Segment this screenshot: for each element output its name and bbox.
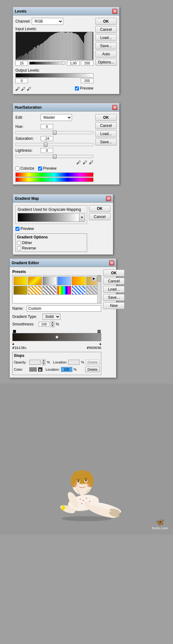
ge-midpoint-diamond[interactable] bbox=[55, 335, 59, 339]
ge-color-arrow[interactable]: ▶ bbox=[38, 367, 42, 372]
levels-close-button[interactable]: ✕ bbox=[112, 9, 117, 14]
hue-value-field[interactable]: 0 bbox=[41, 124, 53, 129]
ge-save-button[interactable]: Save... bbox=[103, 294, 125, 301]
preset-7[interactable] bbox=[14, 286, 27, 295]
preset-8[interactable] bbox=[28, 286, 42, 295]
saturation-slider[interactable] bbox=[15, 143, 93, 146]
ge-gradient-bar[interactable] bbox=[12, 333, 101, 341]
hue-close-button[interactable]: ✕ bbox=[112, 105, 117, 110]
hue-eyedropper2[interactable]: 🖋 bbox=[83, 160, 87, 165]
white-eyedropper[interactable]: 🖋 bbox=[27, 86, 31, 91]
ge-smoothness-field[interactable]: 100 bbox=[39, 322, 49, 327]
svg-point-79 bbox=[86, 498, 87, 499]
levels-load-button[interactable]: Load... bbox=[95, 34, 117, 41]
black-point-handle[interactable] bbox=[32, 61, 35, 64]
ge-color-swatch[interactable] bbox=[29, 367, 37, 372]
ge-top-stops bbox=[12, 329, 101, 333]
levels-save-button[interactable]: Save... bbox=[95, 42, 117, 49]
ge-new-button[interactable]: New bbox=[103, 302, 125, 309]
gamma-handle[interactable] bbox=[47, 61, 51, 64]
hue-thumb[interactable] bbox=[53, 130, 57, 135]
ge-expand-button[interactable]: ▶ bbox=[92, 276, 97, 281]
saturation-value-field[interactable]: -24 bbox=[41, 136, 53, 141]
lightness-value-field[interactable]: 0 bbox=[41, 148, 53, 153]
input-min-field[interactable]: 15 bbox=[15, 61, 28, 66]
lightness-thumb[interactable] bbox=[53, 154, 57, 159]
gray-eyedropper[interactable]: 🖋 bbox=[21, 86, 25, 91]
ge-scrollbar-thumb[interactable] bbox=[98, 276, 101, 282]
svg-rect-10 bbox=[26, 53, 27, 60]
preview-checkbox[interactable] bbox=[75, 86, 79, 90]
hue-load-button[interactable]: Load... bbox=[95, 130, 117, 137]
saturation-thumb[interactable] bbox=[44, 142, 47, 147]
hue-preview-checkbox[interactable] bbox=[38, 166, 42, 171]
preset-2[interactable] bbox=[28, 276, 42, 285]
ge-stop-black-handle[interactable] bbox=[13, 330, 16, 333]
levels-cancel-button[interactable]: Cancel bbox=[95, 26, 117, 33]
hue-save-button[interactable]: Save... bbox=[95, 139, 117, 145]
reverse-checkbox[interactable] bbox=[17, 246, 21, 250]
colorize-checkbox[interactable] bbox=[15, 166, 20, 171]
svg-rect-55 bbox=[74, 34, 75, 60]
black-eyedropper[interactable]: 🖋 bbox=[15, 86, 20, 91]
ge-hash-right: ▲ bbox=[99, 342, 101, 345]
hue-slider[interactable] bbox=[15, 131, 93, 134]
preset-10[interactable] bbox=[57, 286, 71, 295]
output-max-field[interactable]: 255 bbox=[81, 78, 93, 83]
input-max-field[interactable]: 250 bbox=[81, 61, 93, 66]
input-levels-slider[interactable] bbox=[29, 62, 66, 65]
preview-label: Preview bbox=[80, 86, 93, 90]
hue-label: Hue: bbox=[15, 124, 41, 129]
ge-smoothness-up[interactable]: ▲ bbox=[51, 321, 54, 324]
ge-color-location-field[interactable]: 100 bbox=[61, 367, 72, 372]
lightness-label: Lightness: bbox=[15, 148, 41, 153]
ge-ok-button[interactable]: OK bbox=[103, 270, 125, 276]
ge-name-field[interactable]: Custom bbox=[27, 305, 101, 312]
white-point-handle[interactable] bbox=[62, 61, 65, 64]
gmap-ok-button[interactable]: OK bbox=[89, 205, 110, 212]
preset-3[interactable] bbox=[42, 276, 56, 285]
hue-eyedropper1[interactable]: 🖋 bbox=[76, 160, 81, 165]
gmap-dropdown-button[interactable]: ▼ bbox=[79, 213, 85, 221]
svg-rect-54 bbox=[73, 33, 73, 60]
ge-presets-scrollbar[interactable] bbox=[97, 276, 101, 303]
levels-options-button[interactable]: Options... bbox=[95, 59, 117, 66]
preset-1[interactable] bbox=[14, 276, 27, 285]
ge-stops-title: Stops bbox=[14, 353, 100, 358]
ge-load-button[interactable]: Load... bbox=[103, 286, 125, 293]
hue-cancel-button[interactable]: Cancel bbox=[95, 122, 117, 129]
output-min-field[interactable]: 0 bbox=[15, 78, 28, 83]
levels-ok-button[interactable]: OK bbox=[95, 18, 117, 25]
ge-smoothness-stepper[interactable]: ▲ ▼ bbox=[51, 321, 54, 327]
ge-stop-gray-handle[interactable] bbox=[98, 330, 101, 333]
edit-select[interactable]: Master bbox=[41, 114, 72, 121]
svg-rect-8 bbox=[24, 54, 25, 60]
ge-close-button[interactable]: ✕ bbox=[109, 260, 114, 265]
hue-eyedropper3[interactable]: 🖋 bbox=[89, 160, 93, 165]
svg-rect-29 bbox=[46, 40, 47, 60]
svg-point-103 bbox=[77, 480, 79, 483]
ge-cancel-button[interactable]: Cancel bbox=[103, 278, 125, 285]
levels-auto-button[interactable]: Auto bbox=[95, 51, 117, 57]
svg-rect-45 bbox=[63, 32, 64, 60]
gmap-preview-checkbox[interactable] bbox=[15, 227, 20, 231]
gmap-buttons: OK Cancel bbox=[89, 205, 110, 252]
ge-delete-button2[interactable]: Delete bbox=[85, 367, 100, 372]
preset-4[interactable] bbox=[57, 276, 71, 285]
preset-9[interactable] bbox=[42, 286, 56, 295]
gmap-close-button[interactable]: ✕ bbox=[106, 196, 111, 201]
preset-11[interactable] bbox=[72, 286, 86, 295]
svg-rect-52 bbox=[70, 32, 71, 60]
channel-select[interactable]: RGB bbox=[32, 18, 63, 25]
hue-ok-button[interactable]: OK bbox=[95, 114, 117, 121]
preset-5[interactable] bbox=[72, 276, 86, 285]
lightness-slider[interactable] bbox=[15, 155, 93, 158]
gmap-gradient-box[interactable]: ▼ bbox=[18, 213, 85, 222]
dither-checkbox[interactable] bbox=[17, 241, 21, 245]
ge-smoothness-down[interactable]: ▼ bbox=[51, 324, 54, 327]
svg-rect-0 bbox=[16, 59, 16, 60]
hue-title: Hue/Saturation bbox=[15, 105, 42, 110]
input-mid-field[interactable]: 1,00 bbox=[67, 61, 80, 66]
gmap-cancel-button[interactable]: Cancel bbox=[89, 213, 110, 220]
ge-type-select[interactable]: Solid bbox=[42, 314, 60, 320]
